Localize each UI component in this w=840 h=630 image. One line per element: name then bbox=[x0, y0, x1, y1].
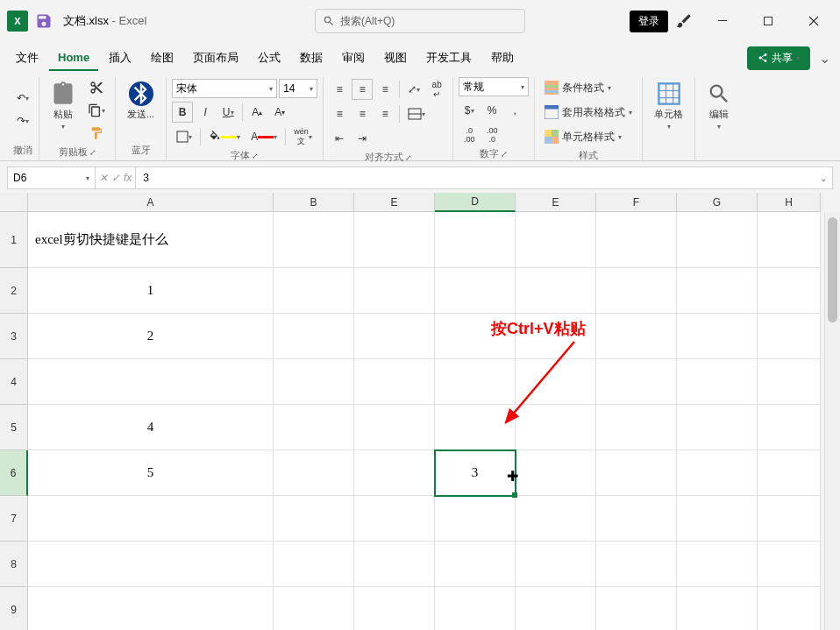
cell[interactable] bbox=[354, 359, 435, 405]
row-header[interactable]: 4 bbox=[0, 359, 28, 405]
align-bottom-button[interactable]: ≡ bbox=[374, 79, 395, 100]
alignment-dialog-launcher-icon[interactable]: ⤢ bbox=[405, 153, 412, 162]
row-header[interactable]: 1 bbox=[0, 212, 28, 268]
cell[interactable] bbox=[435, 212, 516, 268]
cell[interactable] bbox=[516, 496, 596, 542]
row-header[interactable]: 8 bbox=[0, 542, 28, 587]
cell[interactable] bbox=[516, 450, 596, 496]
cell[interactable] bbox=[435, 542, 516, 587]
menu-file[interactable]: 文件 bbox=[7, 45, 47, 71]
cell[interactable] bbox=[677, 496, 758, 542]
table-format-button[interactable]: 套用表格格式 ▾ bbox=[540, 102, 637, 123]
cell[interactable] bbox=[274, 496, 354, 542]
accounting-format-button[interactable]: $ ▾ bbox=[459, 100, 480, 121]
cell[interactable] bbox=[758, 496, 821, 542]
menu-review[interactable]: 审阅 bbox=[333, 45, 374, 71]
align-right-button[interactable]: ≡ bbox=[374, 103, 395, 124]
cell[interactable] bbox=[354, 496, 435, 542]
cell[interactable] bbox=[516, 405, 596, 450]
align-middle-button[interactable]: ≡ bbox=[352, 79, 373, 100]
close-button[interactable] bbox=[794, 7, 833, 35]
row-header[interactable]: 7 bbox=[0, 496, 28, 542]
paste-button[interactable]: 粘贴▾ bbox=[45, 77, 82, 135]
cell[interactable] bbox=[274, 450, 354, 496]
cell[interactable]: 3 bbox=[435, 450, 516, 496]
menu-insert[interactable]: 插入 bbox=[100, 45, 140, 71]
cell[interactable] bbox=[435, 496, 516, 542]
cells-area[interactable]: excel剪切快捷键是什么12453 bbox=[28, 212, 824, 630]
row-header[interactable]: 6 bbox=[0, 450, 28, 496]
cell[interactable] bbox=[758, 212, 821, 268]
cell[interactable] bbox=[516, 542, 596, 587]
cell[interactable] bbox=[435, 587, 516, 630]
cell[interactable] bbox=[516, 587, 596, 630]
cell[interactable] bbox=[758, 314, 821, 359]
cell[interactable] bbox=[274, 587, 354, 630]
cells-button[interactable]: 单元格▾ bbox=[648, 77, 689, 135]
cell[interactable] bbox=[596, 405, 677, 450]
bold-button[interactable]: B bbox=[172, 102, 193, 123]
menu-page-layout[interactable]: 页面布局 bbox=[184, 45, 247, 71]
cell[interactable] bbox=[435, 405, 516, 450]
cell[interactable] bbox=[28, 359, 274, 405]
menu-formulas[interactable]: 公式 bbox=[249, 45, 289, 71]
increase-font-button[interactable]: A▴ bbox=[246, 102, 267, 123]
cell[interactable] bbox=[516, 359, 596, 405]
cell[interactable] bbox=[354, 450, 435, 496]
cell[interactable] bbox=[354, 268, 435, 314]
scrollbar-thumb[interactable] bbox=[828, 217, 837, 322]
column-headers[interactable]: ABEDEFGH bbox=[28, 193, 824, 212]
cell[interactable] bbox=[596, 268, 677, 314]
cell[interactable] bbox=[596, 314, 677, 359]
cell[interactable] bbox=[354, 405, 435, 450]
cell[interactable] bbox=[758, 359, 821, 405]
minimize-button[interactable] bbox=[703, 7, 742, 35]
column-header[interactable]: G bbox=[677, 193, 758, 212]
cell[interactable] bbox=[354, 587, 435, 630]
conditional-format-button[interactable]: 条件格式 ▾ bbox=[540, 77, 616, 98]
cell[interactable] bbox=[274, 268, 354, 314]
column-header[interactable]: F bbox=[596, 193, 677, 212]
align-left-button[interactable]: ≡ bbox=[329, 103, 350, 124]
formula-input[interactable]: 3 bbox=[136, 172, 815, 184]
cell[interactable] bbox=[354, 212, 435, 268]
confirm-formula-icon[interactable]: ✓ bbox=[111, 172, 120, 184]
menu-draw[interactable]: 绘图 bbox=[142, 45, 182, 71]
underline-button[interactable]: U ▾ bbox=[217, 102, 238, 123]
row-headers[interactable]: 123456789 bbox=[0, 212, 28, 630]
cell[interactable] bbox=[677, 542, 758, 587]
menu-help[interactable]: 帮助 bbox=[482, 45, 523, 71]
cell[interactable] bbox=[596, 212, 677, 268]
vertical-scrollbar[interactable] bbox=[824, 212, 840, 630]
cell[interactable] bbox=[274, 314, 354, 359]
cell[interactable] bbox=[274, 542, 354, 587]
cell[interactable] bbox=[677, 314, 758, 359]
column-header[interactable]: B bbox=[274, 193, 354, 212]
cell[interactable] bbox=[758, 587, 821, 630]
menu-view[interactable]: 视图 bbox=[375, 45, 416, 71]
redo-button[interactable]: ↷ ▾ bbox=[12, 110, 33, 131]
cell[interactable] bbox=[435, 314, 516, 359]
number-dialog-launcher-icon[interactable]: ⤢ bbox=[501, 150, 508, 159]
menu-home[interactable]: Home bbox=[49, 46, 98, 71]
cell[interactable]: 2 bbox=[28, 314, 274, 359]
cell[interactable] bbox=[274, 359, 354, 405]
cell[interactable] bbox=[435, 268, 516, 314]
wrap-text-button[interactable]: ab↵ bbox=[426, 79, 447, 100]
name-box[interactable]: D6▾ bbox=[8, 167, 96, 188]
cell[interactable] bbox=[28, 587, 274, 630]
cell[interactable] bbox=[758, 405, 821, 450]
cell[interactable] bbox=[677, 268, 758, 314]
row-header[interactable]: 2 bbox=[0, 268, 28, 314]
cell[interactable] bbox=[516, 212, 596, 268]
cell[interactable]: 1 bbox=[28, 268, 274, 314]
cell[interactable] bbox=[596, 587, 677, 630]
bluetooth-send-button[interactable]: 发送... bbox=[121, 77, 160, 125]
cell[interactable]: excel剪切快捷键是什么 bbox=[28, 212, 274, 268]
draw-mode-icon[interactable] bbox=[675, 12, 693, 30]
cell[interactable] bbox=[596, 496, 677, 542]
align-center-button[interactable]: ≡ bbox=[352, 103, 373, 124]
cell[interactable] bbox=[28, 542, 274, 587]
cell[interactable] bbox=[677, 359, 758, 405]
maximize-button[interactable] bbox=[749, 7, 787, 35]
